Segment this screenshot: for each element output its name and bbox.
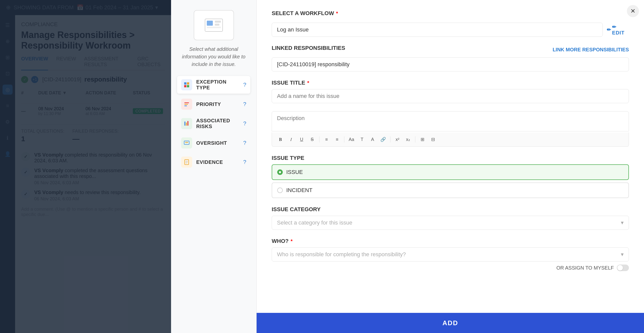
who-select[interactable]: Who is responsible for completing the re… [272, 247, 629, 262]
linked-label: LINKED RESPONSIBILITIES [272, 45, 345, 51]
risks-help-icon[interactable]: ? [243, 120, 246, 127]
priority-icon [181, 99, 192, 110]
issue-title-input[interactable] [272, 89, 629, 103]
svg-rect-13 [186, 123, 187, 126]
issue-category-section: ISSUE CATEGORY Select a category for thi… [272, 206, 629, 230]
link-button[interactable]: 🔗 [379, 135, 388, 144]
chevron-down-icon: ▾ [621, 219, 624, 226]
background-overlay [0, 0, 171, 333]
assign-myself-row: OR ASSIGN TO MYSELF [272, 265, 629, 271]
workflow-label: SELECT A WORKFLOW * [272, 10, 338, 17]
svg-rect-21 [185, 163, 187, 163]
svg-rect-17 [185, 143, 187, 144]
underline-button[interactable]: U [297, 135, 306, 144]
issue-category-select[interactable]: Select a category for this issue ▾ [272, 216, 629, 230]
step-priority-label: PRIORITY [196, 101, 221, 107]
modal-right-panel: ✕ ✓ ✓ ✓ SELECT A WORKFLOW * Log an Issue [257, 0, 644, 333]
issue-type-label: ISSUE TYPE [272, 155, 629, 161]
toolbar-sep3 [390, 136, 390, 142]
step-list: EXCEPTION TYPE ? PRIORITY ? ASSOCIATED R… [177, 76, 250, 171]
svg-rect-14 [187, 121, 188, 126]
ol-button[interactable]: ≡ [333, 135, 342, 144]
svg-rect-4 [207, 27, 221, 28]
modal-description: Select what additional information you w… [177, 45, 250, 68]
step-priority[interactable]: PRIORITY ? [177, 96, 250, 113]
linked-resp-section: LINKED RESPONSIBILITIES LINK MORE RESPON… [272, 45, 629, 71]
toolbar-sep1 [319, 136, 319, 142]
formatting-toolbar: 𝐁 𝐼 U S ≡ ≡ Aa T A 🔗 x² x₂ ⊞ ⊟ [272, 132, 629, 147]
strikethrough-button[interactable]: S [308, 135, 317, 144]
add-button[interactable]: ADD [257, 313, 644, 333]
step-evidence-label: EVIDENCE [196, 159, 223, 165]
workflow-required-star: * [336, 11, 338, 16]
step-exception-label: EXCEPTION TYPE [196, 79, 239, 91]
workflow-select[interactable]: Log an Issue [272, 23, 603, 37]
indent-button[interactable]: ⊞ [418, 135, 427, 144]
workflow-section: SELECT A WORKFLOW * Log an Issue ✏ ✏ EDI… [272, 10, 629, 37]
link-more-button[interactable]: LINK MORE RESPONSIBILITIES [553, 47, 629, 53]
description-section: 𝐁 𝐼 U S ≡ ≡ Aa T A 🔗 x² x₂ ⊞ ⊟ [272, 111, 629, 147]
exception-type-icon [181, 79, 192, 90]
toolbar-sep2 [344, 136, 344, 142]
workflow-icon [204, 18, 224, 33]
toolbar-sep4 [415, 136, 415, 142]
italic-button[interactable]: 𝐼 [287, 135, 296, 144]
superscript-button[interactable]: x² [393, 135, 402, 144]
step-oversight-label: OVERSIGHT [196, 140, 227, 146]
svg-rect-12 [184, 122, 185, 126]
issue-radio-dot [277, 169, 283, 175]
svg-rect-10 [184, 104, 188, 105]
svg-rect-6 [187, 82, 189, 85]
svg-rect-3 [215, 24, 219, 26]
assign-myself-toggle[interactable] [617, 265, 629, 271]
workflow-row: Log an Issue ✏ ✏ EDIT [272, 23, 629, 37]
svg-rect-1 [207, 21, 213, 26]
oversight-icon [181, 137, 192, 149]
who-section: WHO? * Who is responsible for completing… [272, 238, 629, 271]
issue-title-section: ISSUE TITLE * [272, 80, 629, 103]
workflow-icon-box [194, 10, 234, 40]
issue-option-issue[interactable]: ISSUE [272, 164, 629, 180]
modal-left-panel: Select what additional information you w… [171, 0, 257, 333]
oversight-help-icon[interactable]: ? [243, 140, 246, 146]
edit-workflow-link[interactable]: ✏ ✏ EDIT [607, 24, 629, 36]
svg-rect-2 [215, 21, 221, 23]
exception-help-icon[interactable]: ? [243, 82, 246, 88]
issue-title-label: ISSUE TITLE * [272, 80, 629, 86]
modal-close-button[interactable]: ✕ [627, 5, 639, 17]
svg-rect-8 [187, 85, 189, 87]
font-size-button[interactable]: Aa [347, 135, 356, 144]
bottom-spacer [272, 279, 629, 299]
risks-icon [181, 118, 192, 129]
incident-radio-dot [277, 188, 283, 193]
evidence-icon [181, 157, 192, 168]
step-evidence[interactable]: EVIDENCE ? [177, 154, 250, 171]
step-oversight[interactable]: OVERSIGHT ? [177, 134, 250, 152]
svg-rect-20 [185, 162, 188, 162]
svg-rect-11 [184, 105, 187, 106]
subscript-button[interactable]: x₂ [404, 135, 413, 144]
outdent-button[interactable]: ⊟ [428, 135, 437, 144]
issue-type-section: ISSUE TYPE ISSUE INCIDENT [272, 155, 629, 198]
svg-rect-5 [184, 82, 186, 85]
priority-help-icon[interactable]: ? [243, 101, 246, 107]
svg-rect-7 [184, 85, 186, 87]
toggle-knob [617, 265, 623, 271]
step-exception-type[interactable]: EXCEPTION TYPE ? [177, 76, 250, 94]
text-type-button[interactable]: T [357, 135, 367, 144]
bold-button[interactable]: 𝐁 [276, 135, 285, 144]
who-label: WHO? * [272, 238, 629, 244]
step-risks[interactable]: ASSOCIATED RISKS ? [177, 115, 250, 132]
svg-rect-19 [185, 161, 188, 161]
who-chevron-icon: ▾ [621, 251, 624, 258]
color-button[interactable]: A [368, 135, 377, 144]
issue-option-incident[interactable]: INCIDENT [272, 182, 629, 198]
linked-resp-value: [CID-24110019] responsibility [272, 57, 629, 71]
step-risks-label: ASSOCIATED RISKS [196, 118, 239, 129]
svg-rect-9 [184, 102, 189, 103]
evidence-help-icon[interactable]: ? [243, 159, 246, 165]
issue-category-label: ISSUE CATEGORY [272, 206, 629, 213]
ul-button[interactable]: ≡ [322, 135, 331, 144]
svg-rect-16 [185, 142, 188, 143]
description-input[interactable] [272, 111, 629, 131]
